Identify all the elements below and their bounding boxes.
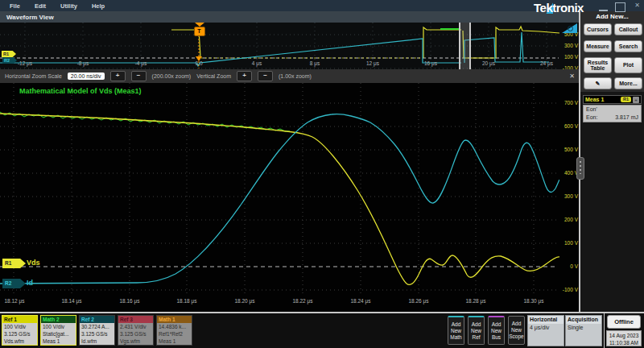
acquisition-panel[interactable]: Acquisition Single xyxy=(565,315,602,346)
main-y-label: 600 V xyxy=(559,123,578,129)
time-text: 11:10:38 AM xyxy=(607,339,641,346)
menu-help[interactable]: Help xyxy=(92,2,105,10)
close-icon[interactable]: ✕ xyxy=(633,2,642,10)
logo-k-triangle-icon: k xyxy=(546,1,552,14)
cursors-button[interactable]: Cursors xyxy=(584,23,612,35)
magnifier-icon xyxy=(568,26,573,31)
main-y-label: 300 V xyxy=(559,193,578,199)
menu-edit[interactable]: Edit xyxy=(35,2,46,10)
main-x-label: 18.30 μs xyxy=(518,298,550,304)
menu-utility[interactable]: Utility xyxy=(60,2,77,10)
meas-expand-icon[interactable]: + xyxy=(633,97,639,103)
add-new-math-button[interactable]: Add New Math xyxy=(448,316,464,345)
main-x-label: 18.24 μs xyxy=(345,298,377,304)
overview-x-label: 24 μs xyxy=(532,60,561,66)
main-x-label: 18.12 μs xyxy=(0,298,31,304)
v-zoom-factor: (1.00x zoom) xyxy=(279,73,312,79)
overview-x-label: 16 μs xyxy=(416,60,445,66)
main-x-label: 18.20 μs xyxy=(229,298,261,304)
meas1-badge[interactable]: Meas 1 R1 + xyxy=(583,95,642,104)
overview-x-label: 0.0 xyxy=(184,60,213,66)
tektronix-logo: Tektronix xyxy=(534,1,584,14)
add-new-scope-button[interactable]: Add New Scope xyxy=(508,316,525,345)
add-new-header: Add New... xyxy=(580,13,644,20)
id-label: Id xyxy=(27,279,33,287)
pencil-icon: ✎ xyxy=(596,81,601,87)
tab-bar: Waveform View xyxy=(0,11,580,23)
acquisition-mode-value: Single xyxy=(566,324,601,331)
plot-button[interactable]: Plot xyxy=(614,57,642,73)
vds-trace xyxy=(0,114,559,284)
main-plot xyxy=(0,83,559,312)
math2-badge[interactable]: Math 2 100 V/divStatic[gat...Meas 1 xyxy=(40,315,76,346)
vds-label: Vds xyxy=(27,259,40,267)
tab-waveform-view[interactable]: Waveform View xyxy=(6,14,54,21)
measure-button[interactable]: Measure xyxy=(584,40,612,52)
trigger-marker[interactable]: T xyxy=(193,23,205,36)
more-button[interactable]: More... xyxy=(614,77,642,89)
h-zoom-minus-button[interactable]: − xyxy=(131,71,147,81)
search-button[interactable]: Search xyxy=(614,40,642,52)
meas-source-pill: R1 xyxy=(621,97,631,102)
window-controls: ✕ xyxy=(599,2,642,12)
overview-x-label: 8 μs xyxy=(300,60,329,66)
settings-bar: Ref 1 100 V/div3.125 GS/sVds.wfm Math 2 … xyxy=(0,313,644,348)
main-y-label: 700 V xyxy=(559,100,578,106)
zoom-scale-bar: Horizontal Zoom Scale 20.00 ns/div + − (… xyxy=(0,69,580,83)
h-zoom-factor: (200.00x zoom) xyxy=(152,73,192,79)
main-y-label: 100 V xyxy=(559,240,578,246)
draw-annotation-button[interactable]: ✎ xyxy=(584,77,612,89)
v-zoom-minus-button[interactable]: − xyxy=(258,71,273,81)
overview-x-label: -8 μs xyxy=(68,60,97,66)
main-x-label: 18.16 μs xyxy=(114,298,146,304)
math-model-title: Mathematical Model of Vds (Meas1) xyxy=(19,87,142,95)
panel-drag-handle[interactable] xyxy=(576,157,584,180)
restore-icon[interactable] xyxy=(615,2,625,12)
ref3-badge[interactable]: Ref 3 2.431 V/div3.125 GS/sVgs.wfm xyxy=(118,315,154,346)
zoom-overview[interactable]: -12 μs -8 μs -4 μs 0.0 4 μs 8 μs 12 μs 1… xyxy=(0,23,580,69)
horizontal-scale-value: 4 μs/div xyxy=(528,324,564,331)
meas1-results-panel[interactable]: Eon' Eon: 3.817 mJ xyxy=(583,105,642,122)
results-table-button[interactable]: Results Table xyxy=(584,57,612,73)
eon-row2-label: Eon: xyxy=(586,114,597,122)
menu-file[interactable]: File xyxy=(10,2,20,10)
right-sidebar: Add New... Cursors Callout Measure Searc… xyxy=(580,11,644,312)
eon-value: 3.817 mJ xyxy=(615,114,638,122)
add-new-ref-button[interactable]: Add New Ref xyxy=(468,316,485,345)
ref2-badge[interactable]: Ref 2 30.2724 A...3.125 GS/sId.wfm xyxy=(79,315,115,346)
main-y-label: 0 V xyxy=(559,263,578,269)
results-area xyxy=(580,92,644,312)
main-x-label: 18.22 μs xyxy=(287,298,319,304)
ref1-badge[interactable]: Ref 1 100 V/div3.125 GS/sVds.wfm xyxy=(2,315,38,346)
v-zoom-plus-button[interactable]: + xyxy=(237,71,252,81)
overview-x-label: 4 μs xyxy=(242,60,271,66)
main-y-label: -100 V xyxy=(559,287,578,292)
math1-badge[interactable]: Math 1 14.4836 k...Ref1*Ref2Meas 1 xyxy=(156,315,192,346)
minimize-icon[interactable] xyxy=(599,2,608,11)
main-x-label: 18.14 μs xyxy=(56,298,88,304)
main-y-label: 500 V xyxy=(559,147,578,152)
h-zoom-plus-button[interactable]: + xyxy=(110,71,126,81)
overview-y-label: 300 V xyxy=(559,43,578,48)
eon-row1-label: Eon' xyxy=(586,106,597,114)
vertical-zoom-label: Vertical Zoom xyxy=(196,73,231,79)
add-new-bus-button[interactable]: Add New Bus xyxy=(488,316,505,345)
bottom-separator xyxy=(604,313,605,348)
callout-button[interactable]: Callout xyxy=(614,23,642,35)
main-x-label: 18.18 μs xyxy=(171,298,203,304)
horizontal-zoom-value[interactable]: 20.00 ns/div xyxy=(68,72,105,80)
overview-x-label: -4 μs xyxy=(126,60,155,66)
horizontal-zoom-label: Horizontal Zoom Scale xyxy=(5,73,62,79)
zoom-overview-icon[interactable] xyxy=(562,23,577,33)
zoom-close-icon[interactable]: ✕ xyxy=(569,72,575,80)
horizontal-panel[interactable]: Horizontal 4 μs/div xyxy=(527,315,564,346)
overview-x-label: 12 μs xyxy=(358,60,387,66)
date-text: 14 Aug 2023 xyxy=(607,332,641,339)
main-y-label: 200 V xyxy=(559,217,578,222)
zoom-selection-box[interactable] xyxy=(459,23,471,69)
offline-button[interactable]: Offline xyxy=(607,315,641,329)
datetime-panel: 14 Aug 2023 11:10:38 AM xyxy=(606,330,642,346)
main-x-label: 18.26 μs xyxy=(402,298,435,304)
overview-y-label: 100 V xyxy=(559,54,578,60)
waveform-view[interactable]: Mathematical Model of Vds (Meas1) 18.12 … xyxy=(0,83,580,312)
